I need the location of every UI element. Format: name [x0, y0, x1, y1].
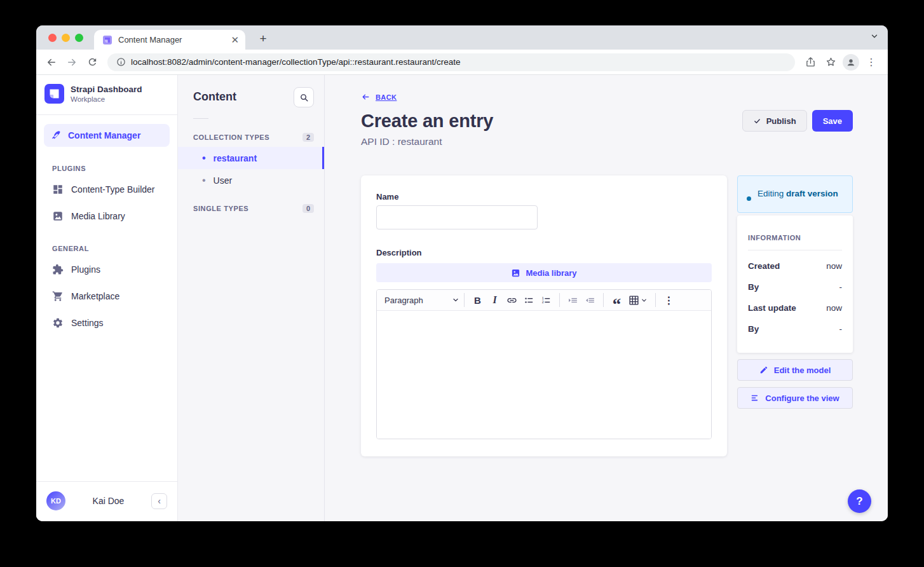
sidebar-item-label: Settings [71, 318, 104, 328]
sidebar-item-content-type-builder[interactable]: Content-Type Builder [36, 176, 177, 203]
group-label: SINGLE TYPES [193, 205, 248, 212]
info-label: Created [748, 261, 780, 271]
user-name: Kai Doe [65, 496, 151, 506]
info-label: By [748, 324, 759, 334]
save-button[interactable]: Save [812, 110, 853, 132]
name-field-label: Name [376, 192, 712, 202]
count-badge: 0 [302, 204, 314, 213]
back-nav-icon[interactable] [43, 53, 60, 71]
help-question-icon: ? [856, 495, 862, 508]
site-info-icon[interactable] [116, 57, 126, 67]
url-text: localhost:8082/admin/content-manager/col… [131, 57, 461, 67]
configure-view-button[interactable]: Configure the view [737, 387, 853, 409]
help-button[interactable]: ? [848, 489, 871, 513]
section-label: GENERAL [36, 241, 177, 256]
draft-status-text: Editing draft version [758, 188, 838, 201]
zoom-window-button[interactable] [75, 34, 83, 42]
name-input[interactable] [376, 205, 538, 229]
subnav-title: Content [193, 90, 236, 104]
table-button[interactable] [625, 292, 651, 308]
draft-bold: draft version [786, 189, 838, 198]
link-button[interactable] [503, 292, 520, 308]
italic-button[interactable]: I [486, 292, 503, 308]
search-button[interactable] [294, 87, 314, 107]
indent-decrease-button[interactable] [581, 292, 599, 308]
check-icon [753, 118, 761, 125]
close-window-button[interactable] [48, 34, 57, 42]
sidebar-item-label: Plugins [71, 264, 100, 275]
collection-types-header: COLLECTION TYPES 2 [178, 128, 324, 147]
reload-icon[interactable] [83, 53, 101, 71]
publish-button[interactable]: Publish [742, 110, 807, 132]
workspace-subtitle: Workplace [71, 95, 142, 103]
new-tab-button[interactable]: + [255, 31, 271, 47]
back-link[interactable]: BACK [361, 93, 397, 101]
sidebar-item-label: Media Library [71, 211, 125, 221]
workspace-brand[interactable]: Strapi Dashboard Workplace [36, 75, 177, 115]
workspace-title: Strapi Dashboard [71, 85, 142, 95]
indent-increase-button[interactable] [564, 292, 581, 308]
sidebar-item-marketplace[interactable]: Marketplace [36, 283, 177, 310]
toolbar-separator [603, 293, 604, 307]
strapi-app: Strapi Dashboard Workplace Content Manag… [36, 75, 888, 521]
sidebar-item-label: Marketplace [71, 291, 119, 301]
browser-tab[interactable]: Content Manager ✕ [94, 30, 245, 50]
richtext-input-area[interactable] [377, 311, 711, 439]
bulleted-list-button[interactable] [520, 292, 538, 308]
page-title: Create an entry [361, 111, 493, 132]
status-dot-icon [747, 196, 751, 201]
browser-window: Content Manager ✕ + localhost:8082/admin… [36, 25, 888, 521]
content-subnav: Content COLLECTION TYPES 2 • restaurant … [178, 75, 325, 521]
edit-model-button[interactable]: Edit the model [737, 359, 853, 381]
richtext-editor: Paragraph B I [376, 289, 712, 439]
bold-button[interactable]: B [469, 292, 486, 308]
favicon-strapi-icon [102, 35, 112, 45]
media-library-button[interactable]: Media library [376, 263, 712, 282]
address-bar[interactable]: localhost:8082/admin/content-manager/col… [107, 53, 795, 71]
profile-avatar[interactable] [842, 53, 860, 71]
back-arrow-icon [361, 93, 370, 101]
info-label: Last update [748, 303, 796, 313]
search-icon [299, 93, 309, 102]
info-row-created-by: By - [748, 277, 842, 297]
strapi-logo-icon [44, 84, 64, 104]
save-label: Save [823, 116, 842, 126]
media-library-label: Media library [526, 268, 576, 278]
subnav-item-restaurant[interactable]: • restaurant [178, 147, 324, 169]
numbered-list-button[interactable]: 12 [538, 292, 555, 308]
sidebar-item-label: Content Manager [68, 130, 140, 140]
tab-close-icon[interactable]: ✕ [231, 35, 239, 44]
group-label: COLLECTION TYPES [193, 133, 269, 141]
svg-text:1: 1 [542, 296, 544, 300]
collapse-sidebar-button[interactable]: ‹ [151, 493, 167, 509]
sidebar-item-content-manager[interactable]: Content Manager [44, 124, 170, 147]
sidebar-item-plugins[interactable]: Plugins [36, 256, 177, 283]
edit-model-label: Edit the model [774, 365, 831, 375]
sidebar-user-row: KD Kai Doe ‹ [36, 481, 177, 521]
information-card: INFORMATION Created now By - Last update [737, 215, 853, 353]
info-value: now [826, 303, 842, 313]
more-options-icon[interactable]: ⋮ [660, 292, 677, 308]
bookmark-star-icon[interactable] [822, 53, 839, 71]
tab-strip: Content Manager ✕ + [36, 25, 888, 50]
subnav-item-user[interactable]: • User [178, 169, 324, 191]
info-value: now [826, 261, 842, 271]
media-library-icon [511, 268, 520, 278]
paragraph-style-select[interactable]: Paragraph [384, 296, 459, 305]
blockquote-button[interactable]: “ [608, 292, 625, 308]
cart-icon [52, 290, 64, 302]
forward-nav-icon[interactable] [63, 53, 81, 71]
subnav-item-label: restaurant [214, 153, 257, 163]
sidebar-item-settings[interactable]: Settings [36, 310, 177, 336]
sidebar-item-media-library[interactable]: Media Library [36, 203, 177, 229]
toolbar-separator [464, 293, 465, 307]
single-types-header: SINGLE TYPES 0 [178, 199, 324, 218]
tab-search-chevron-icon[interactable] [870, 32, 879, 43]
share-icon[interactable] [801, 53, 819, 71]
pencil-icon [759, 365, 768, 374]
minimize-window-button[interactable] [62, 34, 70, 42]
browser-menu-icon[interactable]: ⋮ [862, 53, 880, 71]
user-avatar[interactable]: KD [46, 491, 65, 510]
traffic-lights [48, 34, 83, 42]
toolbar-separator [655, 293, 656, 307]
